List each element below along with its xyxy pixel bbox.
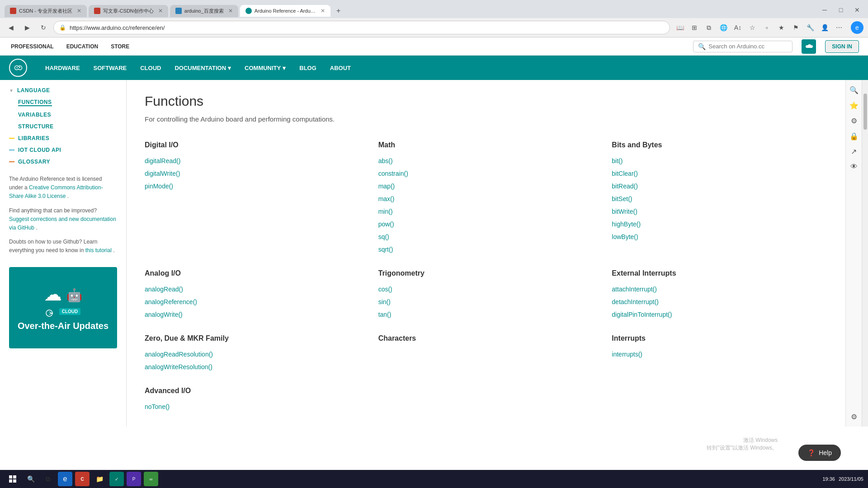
function-link-2-5[interactable]: highByte() xyxy=(612,218,827,230)
right-panel-search-icon[interactable]: 🔍 xyxy=(848,84,860,96)
sidebar-item-functions[interactable]: FUNCTIONS xyxy=(0,96,126,109)
browser-tab-3[interactable]: arduino_百度搜索 ✕ xyxy=(170,5,238,17)
nav-blog[interactable]: BLOG xyxy=(299,65,316,71)
tab-close-4[interactable]: ✕ xyxy=(321,8,325,14)
nav-community[interactable]: COMMUNITY ▾ xyxy=(245,65,286,71)
function-link-2-1[interactable]: bitClear() xyxy=(612,167,827,180)
right-panel-eye-icon[interactable]: 👁 xyxy=(848,160,860,173)
tab-favicon-4 xyxy=(245,8,252,14)
browser-tab-2[interactable]: 写文章-CSDN创作中心 ✕ xyxy=(89,5,168,17)
scroll-thumb[interactable] xyxy=(863,94,867,130)
sidebar-item-language[interactable]: ▼ LANGUAGE xyxy=(0,84,126,96)
professional-link[interactable]: PROFESSIONAL xyxy=(9,43,56,50)
minimize-button[interactable]: ─ xyxy=(818,4,831,16)
browser-tab-1[interactable]: CSDN - 专业开发者社区 ✕ xyxy=(5,5,87,17)
function-link-1-1[interactable]: constrain() xyxy=(378,167,594,180)
back-button[interactable]: ◀ xyxy=(5,21,17,34)
function-link-1-4[interactable]: min() xyxy=(378,205,594,218)
tab-close-2[interactable]: ✕ xyxy=(158,8,163,14)
function-link-9-0[interactable]: noTone() xyxy=(145,400,360,413)
search-input[interactable] xyxy=(708,43,781,50)
forward-button[interactable]: ▶ xyxy=(21,21,33,34)
function-link-3-2[interactable]: analogWrite() xyxy=(145,308,360,321)
reading-view-button[interactable]: 📖 xyxy=(674,21,686,34)
tab-groups-button[interactable]: ⧉ xyxy=(703,21,715,34)
function-link-2-3[interactable]: bitSet() xyxy=(612,192,827,205)
function-link-4-2[interactable]: tan() xyxy=(378,308,594,321)
right-panel-settings-icon[interactable]: ⚙ xyxy=(848,114,860,127)
function-link-4-0[interactable]: cos() xyxy=(378,283,594,296)
tab-close-3[interactable]: ✕ xyxy=(228,8,233,14)
sidebar-item-libraries[interactable]: LIBRARIES xyxy=(0,132,126,144)
banner-logo-icon xyxy=(46,310,57,317)
sidebar-info: The Arduino Reference text is licensed u… xyxy=(0,168,126,263)
function-link-5-2[interactable]: digitalPinToInterrupt() xyxy=(612,308,827,321)
suggest-corrections-link[interactable]: Suggest corrections and new documentatio… xyxy=(9,216,116,231)
sidebar-item-variables[interactable]: VARIABLES xyxy=(0,109,126,121)
nav-community-label: COMMUNITY xyxy=(245,65,281,71)
function-link-6-0[interactable]: analogReadResolution() xyxy=(145,348,360,361)
new-tab-button[interactable]: + xyxy=(332,5,345,17)
more-button[interactable]: ⋯ xyxy=(833,21,845,34)
this-tutorial-link[interactable]: this tutorial xyxy=(85,247,112,253)
collections-button[interactable]: ⚑ xyxy=(789,21,802,34)
function-link-2-0[interactable]: bit() xyxy=(612,155,827,167)
search-box[interactable]: 🔍 xyxy=(693,41,793,52)
function-link-2-6[interactable]: lowByte() xyxy=(612,230,827,243)
sidebar-banner[interactable]: ☁ 🤖 CLOUD Over-the-Air Updates xyxy=(9,267,117,348)
function-link-1-6[interactable]: sq() xyxy=(378,230,594,243)
function-link-0-1[interactable]: digitalWrite() xyxy=(145,167,360,180)
maximize-button[interactable]: □ xyxy=(835,4,847,16)
extensions-button[interactable]: 🔧 xyxy=(804,21,816,34)
text-size-button[interactable]: A↕ xyxy=(731,21,744,34)
function-link-5-0[interactable]: attachInterrupt() xyxy=(612,283,827,296)
function-link-4-1[interactable]: sin() xyxy=(378,296,594,308)
nav-software[interactable]: SOFTWARE xyxy=(94,65,127,71)
right-panel-lock-icon[interactable]: 🔒 xyxy=(848,130,860,142)
tab-label-3: arduino_百度搜索 xyxy=(184,8,224,14)
sign-in-button[interactable]: SIGN IN xyxy=(825,40,859,53)
cloud-icon-button[interactable] xyxy=(802,39,816,54)
function-link-8-0[interactable]: interrupts() xyxy=(612,348,827,361)
function-link-2-4[interactable]: bitWrite() xyxy=(612,205,827,218)
sidebar-item-glossary[interactable]: GLOSSARY xyxy=(0,156,126,168)
function-link-1-3[interactable]: max() xyxy=(378,192,594,205)
function-link-3-1[interactable]: analogReference() xyxy=(145,296,360,308)
function-group-title-5: External Interrupts xyxy=(612,269,827,277)
function-link-2-2[interactable]: bitRead() xyxy=(612,180,827,192)
nav-cloud[interactable]: CLOUD xyxy=(140,65,161,71)
reload-button[interactable]: ↻ xyxy=(37,21,50,34)
immersive-reader-button[interactable]: ⊞ xyxy=(688,21,701,34)
close-button[interactable]: ✕ xyxy=(851,4,863,16)
sidebar-item-iot-cloud[interactable]: IOT CLOUD API xyxy=(0,144,126,156)
profile-button[interactable]: 👤 xyxy=(818,21,831,34)
function-link-0-2[interactable]: pinMode() xyxy=(145,180,360,192)
split-view-button[interactable]: ▫ xyxy=(760,21,773,34)
nav-hardware[interactable]: HARDWARE xyxy=(45,65,80,71)
function-link-1-5[interactable]: pow() xyxy=(378,218,594,230)
function-link-1-2[interactable]: map() xyxy=(378,180,594,192)
function-link-6-1[interactable]: analogWriteResolution() xyxy=(145,361,360,373)
edge-logo: e xyxy=(851,21,863,34)
function-link-1-0[interactable]: abs() xyxy=(378,155,594,167)
nav-about[interactable]: ABOUT xyxy=(330,65,351,71)
education-link[interactable]: EDUCATION xyxy=(65,43,100,50)
sidebar-item-structure[interactable]: STRUCTURE xyxy=(0,121,126,132)
nav-documentation[interactable]: DOCUMENTATION ▾ xyxy=(175,65,231,71)
scrollbar[interactable] xyxy=(862,80,868,427)
tab-close-1[interactable]: ✕ xyxy=(77,8,81,14)
right-panel-arrow-icon[interactable]: ↗ xyxy=(848,145,860,158)
browser-tab-4[interactable]: Arduino Reference - Arduino Re... ✕ xyxy=(240,5,330,17)
function-link-3-0[interactable]: analogRead() xyxy=(145,283,360,296)
function-link-0-0[interactable]: digitalRead() xyxy=(145,155,360,167)
right-panel-gear-icon[interactable]: ⚙ xyxy=(848,410,860,423)
address-bar[interactable]: 🔒 https://www.arduino.cc/reference/en/ xyxy=(53,21,670,34)
right-panel-star-icon[interactable]: ⭐ xyxy=(848,99,860,112)
favorites-button[interactable]: ☆ xyxy=(746,21,759,34)
function-link-1-7[interactable]: sqrt() xyxy=(378,243,594,256)
translate-button[interactable]: 🌐 xyxy=(717,21,730,34)
arduino-logo[interactable] xyxy=(9,59,27,77)
function-link-5-1[interactable]: detachInterrupt() xyxy=(612,296,827,308)
store-link[interactable]: STORE xyxy=(109,43,131,50)
favorites-bar-button[interactable]: ★ xyxy=(775,21,788,34)
